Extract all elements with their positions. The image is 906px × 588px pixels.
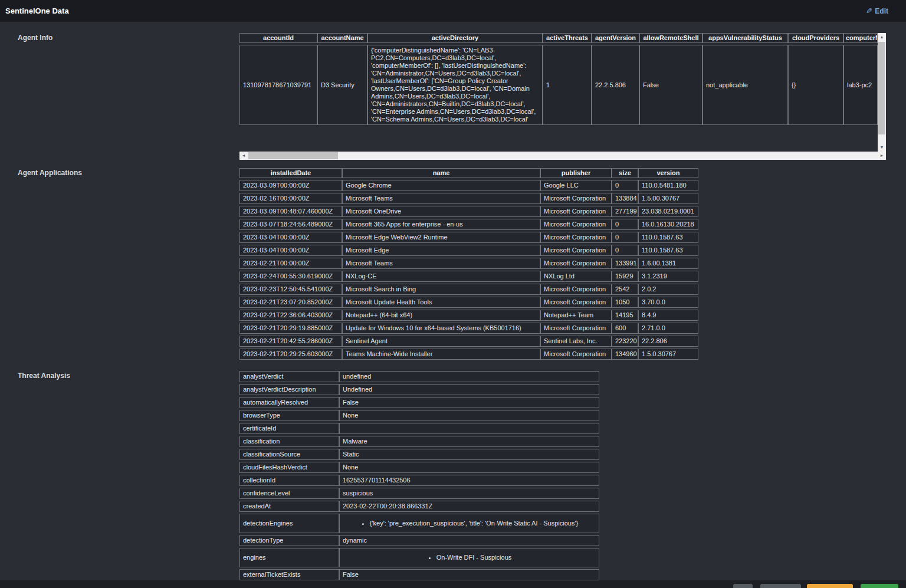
column-header: publisher [540, 168, 612, 178]
application-row: 2023-03-04T00:00:00ZMicrosoft Edge WebVi… [239, 232, 698, 243]
agent-info-scroll-view[interactable]: accountIdaccountNameactiveDirectoryactiv… [239, 33, 878, 152]
table-cell: 2023-03-04T00:00:00Z [239, 245, 342, 256]
application-row: 2023-02-21T23:07:20.852000ZMicrosoft Upd… [239, 297, 698, 308]
threat-value-cell: suspicious [339, 488, 599, 499]
table-cell: Microsoft Corporation [540, 193, 612, 204]
table-cell: Notepad++ (64-bit x64) [342, 310, 540, 321]
agent-info-table: accountIdaccountNameactiveDirectoryactiv… [239, 33, 878, 127]
table-cell: Microsoft Corporation [540, 284, 612, 295]
table-cell: Microsoft Search in Bing [342, 284, 540, 295]
table-cell: 134960 [612, 349, 638, 360]
table-cell: 2.71.0.0 [638, 323, 698, 334]
threat-key-cell: classification [239, 436, 339, 447]
table-cell: 16.0.16130.20218 [638, 219, 698, 230]
edit-button[interactable]: ✎ Edit [866, 6, 888, 15]
table-cell: Microsoft Corporation [540, 232, 612, 243]
column-header: computerName [843, 33, 878, 43]
table-cell: 15929 [612, 271, 638, 282]
application-row: 2023-03-07T18:24:56.489000ZMicrosoft 365… [239, 219, 698, 230]
scroll-right-button[interactable]: ► [878, 152, 886, 160]
table-cell: Microsoft Corporation [540, 206, 612, 217]
table-cell: 22.2.806 [638, 336, 698, 347]
table-cell: 277199 [612, 206, 638, 217]
agent-applications-table: installedDatenamepublishersizeversion202… [239, 166, 698, 362]
horizontal-scrollbar[interactable]: ◄ ► [239, 152, 886, 160]
table-cell: 2023-03-04T00:00:00Z [239, 232, 342, 243]
table-cell: NXLog-CE [342, 271, 540, 282]
footer-button-gray-small[interactable] [733, 584, 753, 588]
table-cell: 1310978178671039791 [239, 45, 317, 125]
threat-key-cell: collectionId [239, 475, 339, 486]
threat-value-cell: {'key': 'pre_execution_suspicious', 'tit… [339, 514, 599, 533]
threat-value-cell: 1625537701114432506 [339, 475, 599, 486]
threat-value-list-item: On-Write DFI - Suspicious [436, 554, 512, 561]
application-row: 2023-02-21T20:29:25.603000ZTeams Machine… [239, 349, 698, 360]
horizontal-scrollbar-thumb[interactable] [248, 152, 338, 159]
threat-row: detectionEngines{'key': 'pre_execution_s… [239, 514, 599, 533]
table-cell: D3 Security [317, 45, 367, 125]
threat-row: enginesOn-Write DFI - Suspicious [239, 548, 599, 567]
footer-button-green[interactable] [861, 584, 898, 588]
main-content: Agent Info accountIdaccountNameactiveDir… [0, 22, 906, 588]
table-cell: Notepad++ Team [540, 310, 612, 321]
application-row: 2023-02-24T00:55:30.619000ZNXLog-CENXLog… [239, 271, 698, 282]
application-row: 2023-02-21T20:29:19.885000ZUpdate for Wi… [239, 323, 698, 334]
threat-row: confidenceLevelsuspicious [239, 488, 599, 499]
threat-value-list: {'key': 'pre_execution_suspicious', 'tit… [360, 520, 578, 527]
column-header: installedDate [239, 168, 342, 178]
table-cell: 2023-02-21T20:29:19.885000Z [239, 323, 342, 334]
table-cell: Microsoft 365 Apps for enterprise - en-u… [342, 219, 540, 230]
threat-row: createdAt2023-02-22T00:20:38.866331Z [239, 501, 599, 512]
table-cell: 600 [612, 323, 638, 334]
table-cell: 23.038.0219.0001 [638, 206, 698, 217]
threat-key-cell: confidenceLevel [239, 488, 339, 499]
threat-key-cell: classificationSource [239, 449, 339, 460]
footer-button-orange[interactable] [807, 584, 853, 588]
table-cell: 0 [612, 180, 638, 191]
column-header: allowRemoteShell [639, 33, 703, 43]
threat-key-cell: detectionEngines [239, 514, 339, 533]
threat-value-cell: None [339, 410, 599, 421]
table-cell: 2023-02-21T20:42:55.286000Z [239, 336, 342, 347]
threat-value-cell: Undefined [339, 384, 599, 395]
table-cell: 1.5.00.30767 [638, 193, 698, 204]
table-cell: 2023-02-21T20:29:25.603000Z [239, 349, 342, 360]
table-cell: Microsoft Corporation [540, 349, 612, 360]
threat-row: cloudFilesHashVerdictNone [239, 462, 599, 473]
vertical-scrollbar-thumb[interactable] [878, 42, 885, 134]
application-row: 2023-02-23T12:50:45.541000ZMicrosoft Sea… [239, 284, 698, 295]
footer-button-gray-large[interactable] [760, 584, 801, 588]
section-agent-applications: Agent Applications installedDatenamepubl… [0, 168, 906, 371]
application-row: 2023-03-09T00:48:07.460000ZMicrosoft One… [239, 206, 698, 217]
column-header: accountId [239, 33, 317, 43]
table-cell: Microsoft Corporation [540, 258, 612, 269]
table-cell: False [639, 45, 703, 125]
table-cell: Microsoft OneDrive [342, 206, 540, 217]
table-cell: 2023-03-07T18:24:56.489000Z [239, 219, 342, 230]
threat-key-cell: detectionType [239, 535, 339, 546]
section-label-threat-analysis: Threat Analysis [0, 371, 239, 380]
column-header: activeDirectory [367, 33, 543, 43]
threat-key-cell: automaticallyResolved [239, 397, 339, 408]
threat-key-cell: browserType [239, 410, 339, 421]
table-cell: 1050 [612, 297, 638, 308]
table-cell: 2023-02-21T22:36:06.403000Z [239, 310, 342, 321]
table-cell: 2023-02-21T23:07:20.852000Z [239, 297, 342, 308]
column-header: name [342, 168, 540, 178]
scroll-up-button[interactable]: ▲ [878, 33, 886, 41]
threat-row: classificationSourceStatic [239, 449, 599, 460]
threat-value-cell [339, 423, 599, 434]
threat-row: classificationMalware [239, 436, 599, 447]
agent-info-data-row: 1310978178671039791D3 Security{'computer… [239, 45, 878, 125]
table-cell: Update for Windows 10 for x64-based Syst… [342, 323, 540, 334]
vertical-scrollbar[interactable]: ▲ ▼ [878, 33, 886, 152]
threat-row: analystVerdictDescriptionUndefined [239, 384, 599, 395]
threat-value-cell: None [339, 462, 599, 473]
threat-row: collectionId1625537701114432506 [239, 475, 599, 486]
column-header: accountName [317, 33, 367, 43]
table-cell: 133884 [612, 193, 638, 204]
table-cell: 8.4.9 [638, 310, 698, 321]
threat-value-cell: On-Write DFI - Suspicious [339, 548, 599, 567]
scroll-down-button[interactable]: ▼ [878, 143, 886, 152]
scroll-left-button[interactable]: ◄ [239, 152, 248, 160]
